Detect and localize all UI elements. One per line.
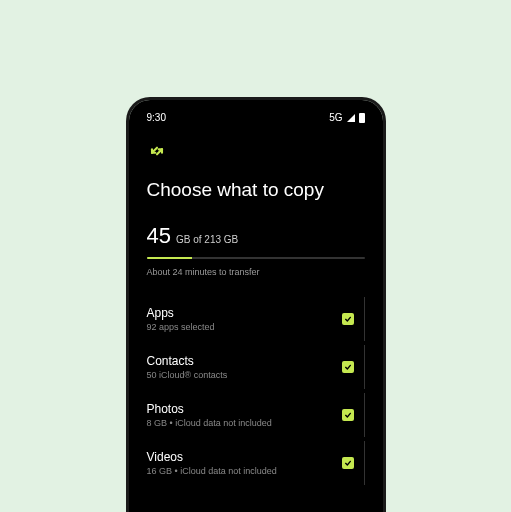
status-time: 9:30	[147, 112, 166, 123]
item-label: Apps	[147, 306, 342, 320]
phone-frame: 9:30 5G Choose what to copy 45 GB of 213…	[126, 97, 386, 512]
check-icon	[344, 315, 352, 323]
item-sublabel: 50 iCloud® contacts	[147, 370, 342, 380]
storage-total-label: GB of 213 GB	[176, 234, 238, 245]
item-info: Photos 8 GB • iCloud data not included	[147, 402, 342, 428]
transfer-time-estimate: About 24 minutes to transfer	[147, 267, 365, 277]
item-sublabel: 16 GB • iCloud data not included	[147, 466, 342, 476]
page-title: Choose what to copy	[147, 179, 365, 201]
check-icon	[344, 363, 352, 371]
checkbox-apps[interactable]	[342, 313, 354, 325]
item-sublabel: 8 GB • iCloud data not included	[147, 418, 342, 428]
storage-summary: 45 GB of 213 GB	[147, 223, 365, 249]
item-label: Videos	[147, 450, 342, 464]
list-item[interactable]: Videos 16 GB • iCloud data not included	[147, 441, 365, 485]
phone-screen: 9:30 5G Choose what to copy 45 GB of 213…	[129, 100, 383, 512]
status-bar: 9:30 5G	[147, 112, 365, 123]
storage-progress-bar	[147, 257, 365, 259]
checkbox-contacts[interactable]	[342, 361, 354, 373]
storage-used-value: 45	[147, 223, 171, 249]
item-info: Apps 92 apps selected	[147, 306, 342, 332]
check-icon	[344, 411, 352, 419]
item-info: Contacts 50 iCloud® contacts	[147, 354, 342, 380]
list-item[interactable]: Contacts 50 iCloud® contacts	[147, 345, 365, 389]
check-icon	[344, 459, 352, 467]
transfer-arrows-icon	[147, 141, 365, 165]
list-item[interactable]: Apps 92 apps selected	[147, 297, 365, 341]
checkbox-photos[interactable]	[342, 409, 354, 421]
item-label: Photos	[147, 402, 342, 416]
network-label: 5G	[329, 112, 342, 123]
checkbox-videos[interactable]	[342, 457, 354, 469]
item-info: Videos 16 GB • iCloud data not included	[147, 450, 342, 476]
list-item[interactable]: Photos 8 GB • iCloud data not included	[147, 393, 365, 437]
status-right: 5G	[329, 112, 364, 123]
storage-progress-fill	[147, 257, 193, 259]
battery-icon	[359, 113, 365, 123]
signal-icon	[347, 114, 355, 122]
item-label: Contacts	[147, 354, 342, 368]
item-sublabel: 92 apps selected	[147, 322, 342, 332]
